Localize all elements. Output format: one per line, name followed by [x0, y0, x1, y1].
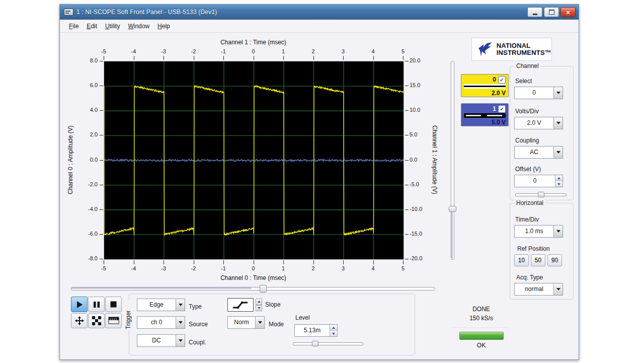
trigger-level-slider[interactable]	[293, 340, 362, 346]
yticks-right-label: -20.0	[410, 255, 422, 261]
dropdown-arrow-icon[interactable]	[553, 87, 562, 99]
status-state: DONE	[450, 306, 513, 313]
yticks-left-label: 6.0	[90, 83, 98, 89]
tick-mark	[100, 86, 103, 86]
tick-mark	[405, 86, 409, 86]
trigger-level-spinbox[interactable]: 5.13m	[294, 324, 338, 337]
xticks-top-label: 2	[311, 48, 314, 54]
tick-mark	[283, 260, 284, 264]
horizontal-slider-thumb[interactable]	[260, 285, 267, 293]
trigger-slope-label: Slope	[265, 301, 281, 308]
vertical-slider-thumb[interactable]	[449, 206, 456, 212]
close-button[interactable]: ×	[560, 7, 576, 17]
tick-mark	[100, 185, 103, 185]
legend-ch0-checkbox[interactable]: ✓	[498, 76, 506, 84]
top-axis-title: Channel 1 : Time (msec)	[104, 39, 403, 46]
trigger-mode-dropdown[interactable]: Norm	[227, 316, 265, 329]
status-led	[459, 332, 504, 340]
trigger-mode-label: Mode	[269, 321, 284, 328]
coupling-value: AC	[515, 149, 553, 156]
trigger-coupling-dropdown[interactable]: DC	[137, 334, 185, 347]
timediv-dropdown[interactable]: 1.0 ms	[514, 225, 563, 238]
pan-tool-button[interactable]	[71, 313, 88, 328]
trigger-level-spinner[interactable]	[330, 325, 337, 336]
trigger-slope-spinner[interactable]	[256, 299, 262, 311]
zoom-tool-button[interactable]	[88, 313, 105, 328]
maximize-icon	[549, 10, 554, 15]
trigger-level-slider-thumb[interactable]	[312, 341, 318, 346]
waveform-plot[interactable]	[104, 61, 404, 260]
trigger-group-title: Trigger	[125, 300, 132, 330]
trigger-coupling-label: Coupl.	[189, 339, 206, 346]
spin-down-icon[interactable]	[330, 331, 337, 336]
minimize-icon	[533, 14, 537, 15]
offset-value: 0	[515, 177, 555, 185]
check-icon: ✓	[500, 77, 504, 83]
tick-mark	[100, 110, 103, 111]
horizontal-slider-fill	[71, 287, 252, 289]
cursor-tool-button[interactable]	[105, 313, 122, 328]
title-bar[interactable]: 1 : NI-SCOPE Soft Front Panel - USB-5133…	[60, 5, 579, 20]
spin-up-icon[interactable]	[330, 325, 337, 331]
menu-window[interactable]: Window	[124, 20, 153, 30]
xticks-bottom-label: 0	[252, 265, 255, 271]
menu-edit[interactable]: Edit	[83, 20, 101, 30]
acqtype-dropdown[interactable]: normal	[514, 283, 563, 296]
menu-file[interactable]: File	[65, 20, 83, 30]
yticks-left-label: -4.0	[88, 206, 98, 212]
dropdown-arrow-icon[interactable]	[553, 147, 562, 158]
spin-up-icon[interactable]	[555, 175, 562, 181]
maximize-button[interactable]	[544, 7, 559, 17]
tick-mark	[223, 56, 224, 60]
legend-ch1-checkbox[interactable]: ✓	[498, 105, 506, 113]
rising-edge-icon	[231, 301, 250, 310]
yticks-right-label: -5.0	[410, 181, 419, 187]
ref-position-10-button[interactable]: 10	[514, 254, 529, 266]
yticks-left-label: -2.0	[88, 181, 98, 187]
tick-mark	[100, 135, 103, 135]
dropdown-arrow-icon[interactable]	[255, 317, 264, 328]
channel-select-dropdown[interactable]: 0	[514, 87, 563, 99]
trigger-source-dropdown[interactable]: ch 0	[137, 316, 185, 329]
ref-position-50-button[interactable]: 50	[531, 254, 545, 266]
coupling-dropdown[interactable]: AC	[514, 146, 563, 159]
minimize-button[interactable]	[527, 7, 542, 17]
vertical-position-slider[interactable]	[449, 61, 455, 259]
tick-mark	[373, 260, 374, 264]
tick-mark	[403, 56, 404, 60]
channel-group-title: Channel	[514, 62, 541, 69]
pan-icon	[74, 316, 85, 326]
spin-down-icon[interactable]	[555, 181, 562, 187]
menu-utility[interactable]: Utility	[101, 20, 124, 30]
yticks-right-label: -10.0	[410, 206, 422, 212]
horizontal-position-slider[interactable]	[71, 285, 434, 292]
xticks-bottom-label: 2	[311, 265, 314, 271]
voltsdiv-dropdown[interactable]: 2.0 V	[514, 117, 563, 129]
spin-down-icon[interactable]	[256, 305, 262, 312]
run-button[interactable]	[71, 297, 88, 312]
yticks-left-label: 4.0	[90, 107, 98, 113]
xticks-top-label: -5	[101, 48, 106, 54]
dropdown-arrow-icon[interactable]	[176, 317, 185, 328]
spin-up-icon[interactable]	[256, 299, 262, 305]
xticks-top-label: -1	[221, 48, 226, 54]
dropdown-arrow-icon[interactable]	[553, 117, 562, 129]
trigger-mode-value: Norm	[228, 319, 255, 326]
trigger-type-dropdown[interactable]: Edge	[137, 299, 185, 311]
offset-spinner[interactable]	[555, 175, 562, 187]
offset-slider[interactable]	[515, 191, 566, 197]
stop-button[interactable]	[105, 297, 122, 312]
dropdown-arrow-icon[interactable]	[176, 299, 185, 311]
ref-position-90-button[interactable]: 90	[547, 254, 562, 266]
ref-position-buttons: 105090	[514, 254, 564, 266]
yticks-right-label: 15.0	[410, 83, 420, 89]
dropdown-arrow-icon[interactable]	[553, 226, 562, 237]
dropdown-arrow-icon[interactable]	[553, 283, 562, 295]
dropdown-arrow-icon[interactable]	[176, 335, 185, 346]
legend-channel-1[interactable]: 1 ✓ 5.0 V	[461, 103, 509, 126]
pause-button[interactable]	[88, 297, 105, 312]
offset-spinbox[interactable]: 0	[514, 175, 563, 187]
offset-slider-thumb[interactable]	[538, 192, 544, 197]
menu-help[interactable]: Help	[153, 20, 174, 30]
legend-channel-0[interactable]: 0 ✓ 2.0 V	[461, 74, 509, 97]
